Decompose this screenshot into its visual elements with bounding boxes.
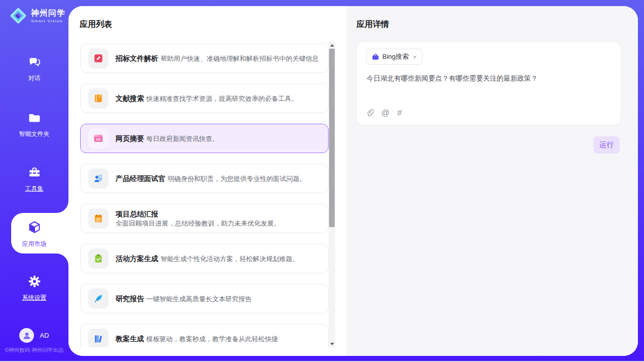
clipboard-check-icon bbox=[88, 248, 109, 269]
avatar bbox=[19, 328, 34, 343]
user-initials: AD bbox=[40, 332, 49, 339]
sidebar-item-label: 智能文件夹 bbox=[0, 130, 68, 138]
notepad-icon bbox=[88, 208, 109, 229]
app-detail-title: 应用详情 bbox=[356, 19, 389, 30]
brand-logo: 神州问学 Smart Vision bbox=[9, 7, 65, 25]
scroll-down-button[interactable] bbox=[329, 340, 335, 347]
brand-text: 神州问学 Smart Vision bbox=[31, 9, 65, 23]
scrollbar-thumb[interactable] bbox=[329, 49, 335, 227]
arrow-down-icon bbox=[330, 343, 334, 345]
scroll-up-button[interactable] bbox=[329, 42, 335, 49]
main-panel: 应用列表 招标文件解析 帮助用户快速、准确地理解和解析招标书中的关键信息 bbox=[68, 6, 638, 356]
list-scrollbar[interactable] bbox=[329, 42, 335, 347]
app-name: 活动方案生成 bbox=[116, 255, 158, 263]
app-list-title: 应用列表 bbox=[80, 19, 112, 30]
toolbox-icon bbox=[27, 165, 42, 179]
sidebar-item-app-market[interactable]: 应用市场 bbox=[0, 220, 68, 248]
tool-tag-bing-search[interactable]: Bing搜索 × bbox=[366, 49, 422, 65]
app-description: 明确身份和职责，为您提供专业性的面试问题。 bbox=[167, 175, 306, 183]
app-description: 全面回顾项目进展，总结经验教训，助力未来优化发展。 bbox=[116, 220, 280, 227]
app-card-research-report[interactable]: 研究报告 一键智能生成高质量长文本研究报告 bbox=[80, 284, 329, 313]
app-name: 教案生成 bbox=[116, 335, 144, 343]
chat-icon bbox=[27, 55, 42, 69]
app-card-project-summary[interactable]: 项目总结汇报 全面回顾项目进展，总结经验教训，助力未来优化发展。 bbox=[80, 204, 329, 233]
app-card-literature-search[interactable]: 文献搜索 快速精准查找学术资源，提高研究效率的必备工具。 bbox=[80, 84, 329, 113]
app-name: 网页摘要 bbox=[116, 134, 144, 142]
app-list: 招标文件解析 帮助用户快速、准确地理解和解析招标书中的关键信息 文献搜索 bbox=[80, 42, 329, 347]
app-description: 智能生成个性化活动方案，轻松解决规划难题。 bbox=[160, 255, 299, 263]
attachment-icon[interactable] bbox=[366, 108, 374, 118]
tool-tag-label: Bing搜索 bbox=[382, 52, 409, 61]
person-icon bbox=[22, 331, 32, 341]
sidebar-item-chat[interactable]: 对话 bbox=[0, 55, 68, 83]
sidebar-item-toolset[interactable]: 工具集 bbox=[0, 165, 68, 193]
app-description: 帮助用户快速、准确地理解和解析招标书中的关键信息 bbox=[160, 55, 318, 62]
app-card-web-summary[interactable]: 网页摘要 每日政府新闻资讯快查。 bbox=[80, 124, 329, 153]
app-name: 招标文件解析 bbox=[116, 54, 158, 62]
interviewer-icon bbox=[88, 168, 109, 189]
brand-diamond-icon bbox=[9, 7, 27, 25]
arrow-up-icon bbox=[330, 44, 334, 47]
book-icon bbox=[88, 88, 109, 108]
app-description: 快速精准查找学术资源，提高研究效率的必备工具。 bbox=[146, 95, 298, 102]
tab-curve-top bbox=[56, 201, 68, 213]
app-card-lesson-plan[interactable]: 教案生成 模板驱动，教案秒成，教学准备从此轻松快捷 bbox=[80, 324, 329, 347]
app-list-panel: 应用列表 招标文件解析 帮助用户快速、准确地理解和解析招标书中的关键信息 bbox=[68, 6, 346, 356]
app-name: 文献搜索 bbox=[116, 94, 144, 102]
prompt-toolbar: @ # bbox=[366, 108, 402, 118]
close-icon[interactable]: × bbox=[413, 53, 417, 61]
app-description: 模板驱动，教案秒成，教学准备从此轻松快捷 bbox=[146, 335, 278, 343]
app-description: 一键智能生成高质量长文本研究报告 bbox=[146, 295, 252, 303]
app-name: 研究报告 bbox=[116, 295, 144, 303]
prompt-card: Bing搜索 × 今日湖北有哪些新闻要点？有哪些需要关注的最新政策？ @ # bbox=[356, 42, 621, 125]
app-description: 每日政府新闻资讯快查。 bbox=[146, 135, 219, 142]
cube-icon bbox=[27, 220, 42, 235]
browser-code-icon bbox=[88, 128, 109, 149]
app-name: 项目总结汇报 bbox=[116, 210, 158, 218]
document-pen-icon bbox=[88, 48, 109, 68]
sidebar-item-label: 应用市场 bbox=[0, 240, 68, 248]
gear-icon bbox=[27, 274, 42, 288]
tab-curve-bottom bbox=[56, 254, 68, 266]
sidebar-item-label: 工具集 bbox=[0, 185, 68, 193]
brand-name: 神州问学 bbox=[31, 9, 65, 18]
app-card-bid-parse[interactable]: 招标文件解析 帮助用户快速、准确地理解和解析招标书中的关键信息 bbox=[80, 44, 329, 73]
sidebar: 神州问学 Smart Vision 对话 智能文件夹 bbox=[0, 0, 68, 362]
folder-icon bbox=[27, 111, 42, 125]
briefcase-icon bbox=[372, 53, 379, 61]
app-detail-panel: 应用详情 Bing搜索 × 今日湖北有哪些新闻要点？有哪些需要关注的最新政策？ … bbox=[346, 6, 638, 356]
hash-icon[interactable]: # bbox=[397, 108, 402, 118]
app-name: 产品经理面试官 bbox=[116, 174, 165, 183]
user-account[interactable]: AD bbox=[0, 328, 68, 343]
copyright-footer: ©神州数码·神州问学出品 bbox=[0, 347, 68, 354]
sidebar-item-label: 系统设置 bbox=[0, 294, 68, 302]
app-card-pm-interviewer[interactable]: 产品经理面试官 明确身份和职责，为您提供专业性的面试问题。 bbox=[80, 164, 329, 193]
prompt-text[interactable]: 今日湖北有哪些新闻要点？有哪些需要关注的最新政策？ bbox=[367, 74, 538, 84]
sidebar-item-label: 对话 bbox=[0, 74, 68, 83]
mention-icon[interactable]: @ bbox=[381, 108, 389, 118]
brand-subtitle: Smart Vision bbox=[31, 19, 65, 23]
sidebar-item-smart-folder[interactable]: 智能文件夹 bbox=[0, 111, 68, 138]
quill-icon bbox=[88, 288, 109, 309]
app-card-activity-plan[interactable]: 活动方案生成 智能生成个性化活动方案，轻松解决规划难题。 bbox=[80, 244, 329, 273]
sidebar-item-settings[interactable]: 系统设置 bbox=[0, 274, 68, 302]
books-icon bbox=[88, 329, 109, 347]
run-button[interactable]: 运行 bbox=[593, 136, 620, 154]
